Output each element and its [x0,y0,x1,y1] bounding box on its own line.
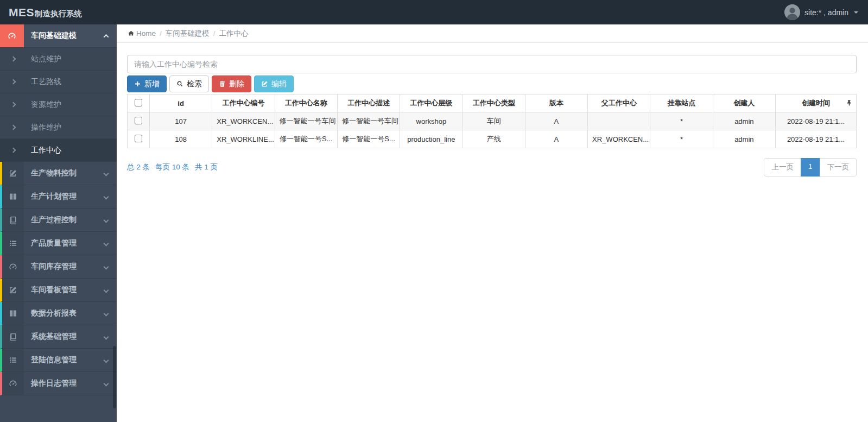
column-header-name: 工作中心名称 [275,95,337,112]
sidebar-subitem-process-route[interactable]: 工艺路线 [0,71,117,93]
sidebar-item-label: 操作日志管理 [31,379,77,388]
cell-station: * [650,112,713,130]
row-checkbox[interactable] [135,135,142,142]
sidebar-item-system-management[interactable]: 系统基础管理 [0,325,117,349]
edit-icon [261,80,268,87]
breadcrumb-item[interactable]: 车间基础建模 [166,29,210,39]
sidebar-item-kanban-management[interactable]: 车间看板管理 [0,279,117,302]
pagination-per-page: 每页 10 条 [155,162,189,172]
user-menu-label: site:* , admin [804,8,848,17]
column-header-description: 工作中心描述 [337,95,400,112]
caret-down-icon [854,11,858,14]
sidebar-item-login-info[interactable]: 登陆信息管理 [0,349,117,372]
column-header-created-time: 创建时间 [776,95,857,112]
add-button[interactable]: 新增 [127,75,167,92]
search-icon [176,80,183,87]
prev-page-button[interactable]: 上一页 [764,158,801,177]
chevron-down-icon [104,171,109,176]
cell-station: * [650,130,713,148]
sidebar-subitem-resource-maintenance[interactable]: 资源维护 [0,93,117,116]
sidebar-scrollbar[interactable] [113,346,116,408]
breadcrumb: Home / 车间基础建模 / 工作中心 [117,24,868,43]
user-menu[interactable]: site:* , admin [784,4,858,20]
sidebar: 车间基础建模 站点维护 工艺路线 资源维护 操作维护 工作中心 生产物料控制 [0,24,117,422]
breadcrumb-separator: / [160,29,162,37]
cell-version: A [525,130,587,148]
pagination-total: 总 2 条 [127,162,150,172]
sidebar-item-label: 数据分析报表 [31,308,77,318]
sidebar-item-inventory-management[interactable]: 车间库存管理 [0,255,117,279]
pencil-icon [2,279,24,301]
work-center-table: id 工作中心编号 工作中心名称 工作中心描述 工作中心层级 工作中心类型 版本… [127,94,857,148]
chevron-down-icon [104,264,109,269]
sidebar-item-workshop-modeling[interactable]: 车间基础建模 [0,24,117,48]
column-header-station: 挂靠站点 [650,95,713,112]
user-avatar [784,4,800,20]
pencil-icon [2,162,24,185]
book-icon [2,209,24,231]
cell-created-time: 2022-08-19 21:1... [776,112,857,130]
column-header-version: 版本 [525,95,587,112]
cell-type: 产线 [462,130,525,148]
sidebar-subitem-operation-maintenance[interactable]: 操作维护 [0,116,117,139]
sidebar-item-plan-management[interactable]: 生产计划管理 [0,185,117,209]
chevron-down-icon [104,241,109,246]
page-1-button[interactable]: 1 [801,158,820,177]
gauge-icon [2,255,24,278]
cell-id: 108 [150,130,212,148]
sidebar-subitem-label: 工作中心 [31,146,61,155]
header-checkbox-cell [128,95,150,112]
select-all-checkbox[interactable] [135,99,142,106]
chevron-up-icon [104,34,109,39]
sidebar-item-label: 车间库存管理 [31,262,77,272]
chevron-down-icon [104,381,109,386]
cell-description: 修一智能一号S... [337,130,400,148]
sidebar-item-material-control[interactable]: 生产物料控制 [0,162,117,185]
chevron-down-icon [104,311,109,316]
sidebar-subitem-work-center[interactable]: 工作中心 [0,139,117,162]
cell-description: 修一智能一号车间 [337,112,400,130]
column-header-creator: 创建人 [713,95,775,112]
pin-icon[interactable] [846,99,853,106]
app-logo[interactable]: MES 制造执行系统 [9,6,82,19]
sidebar-item-quality-management[interactable]: 产品质量管理 [0,232,117,255]
chevron-down-icon [104,357,109,363]
table-row[interactable]: 107 XR_WORKCEN... 修一智能一号车间 修一智能一号车间 work… [128,112,857,130]
add-button-label: 新增 [144,79,160,89]
plus-icon [134,80,141,87]
column-header-level: 工作中心层级 [400,95,462,112]
cell-name: 修一智能一号S... [275,130,337,148]
sidebar-item-data-analysis[interactable]: 数据分析报表 [0,302,117,325]
toolbar: 新增 检索 删除 编辑 [127,75,857,92]
sidebar-subitem-station-maintenance[interactable]: 站点维护 [0,48,117,71]
trash-icon [219,80,226,87]
cell-level: workshop [400,112,462,130]
cell-code: XR_WORKLINE... [212,130,275,148]
search-button-label: 检索 [187,79,202,89]
sidebar-item-process-control[interactable]: 生产过程控制 [0,209,117,232]
chevron-right-icon [0,148,24,152]
cell-parent [588,112,650,130]
cell-created-time: 2022-08-19 21:1... [776,130,857,148]
chevron-right-icon [0,57,24,61]
delete-button[interactable]: 删除 [212,75,251,92]
gauge-icon [2,372,24,395]
edit-button[interactable]: 编辑 [254,75,294,92]
sidebar-item-operation-log[interactable]: 操作日志管理 [0,372,117,395]
sidebar-subitem-label: 操作维护 [31,123,61,133]
search-button[interactable]: 检索 [169,75,209,92]
gauge-icon [0,24,24,47]
sidebar-item-label: 产品质量管理 [31,238,77,248]
table-row[interactable]: 108 XR_WORKLINE... 修一智能一号S... 修一智能一号S...… [128,130,857,148]
sidebar-subitem-label: 资源维护 [31,100,61,110]
chevron-right-icon [0,80,24,84]
cell-version: A [525,112,587,130]
chevron-right-icon [0,103,24,106]
row-checkbox[interactable] [135,117,142,124]
next-page-button[interactable]: 下一页 [820,158,857,177]
app-logo-text: 制造执行系统 [35,9,82,19]
breadcrumb-home-label: Home [136,29,156,37]
breadcrumb-home-link[interactable]: Home [128,29,156,37]
search-input[interactable] [127,55,857,73]
chevron-down-icon [104,217,109,223]
